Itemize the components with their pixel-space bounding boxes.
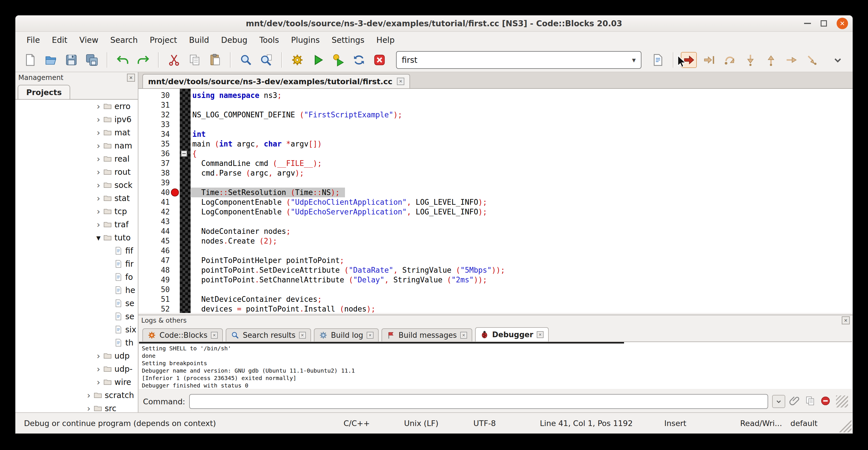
logs-tab-debugger[interactable]: Debugger✕ [475, 327, 549, 341]
expand-arrow-icon[interactable]: › [94, 377, 103, 387]
tree-item-erro[interactable]: ›erro [16, 100, 138, 113]
tree-item-wire[interactable]: ›wire [16, 376, 138, 389]
expand-arrow-icon[interactable]: › [94, 154, 103, 164]
open-file-button[interactable] [43, 52, 59, 68]
step-into-instruction-button[interactable] [804, 52, 820, 68]
tree-item-se[interactable]: se [16, 310, 138, 323]
editor-tab-close-icon[interactable]: ✕ [397, 78, 404, 85]
step-out-button[interactable] [763, 52, 779, 68]
code-line-50[interactable]: 50 [138, 285, 852, 294]
logs-tab-code-blocks[interactable]: Code::Blocks✕ [143, 328, 223, 341]
expand-arrow-icon[interactable]: › [94, 206, 103, 216]
run-button[interactable] [310, 52, 326, 68]
find-in-files-button[interactable] [258, 52, 275, 68]
tab-projects[interactable]: Projects [18, 85, 70, 99]
find-button[interactable] [238, 52, 254, 68]
command-dropdown-button[interactable] [772, 395, 785, 408]
expand-arrow-icon[interactable]: › [84, 390, 94, 400]
tab-close-icon[interactable]: ✕ [537, 331, 544, 338]
expand-arrow-icon[interactable]: › [94, 219, 103, 230]
attach-button[interactable] [789, 395, 800, 408]
undo-button[interactable] [115, 52, 131, 68]
menu-settings[interactable]: Settings [326, 34, 370, 47]
tree-item-sock[interactable]: ›sock [16, 178, 138, 191]
copy-button[interactable] [805, 395, 815, 408]
tree-item-ipv6[interactable]: ›ipv6 [16, 113, 138, 126]
copy-button[interactable] [187, 52, 203, 68]
tree-item-nam[interactable]: ›nam [16, 139, 138, 152]
next-instruction-button[interactable] [783, 52, 800, 68]
tab-close-icon[interactable]: ✕ [367, 332, 373, 339]
expand-arrow-icon[interactable]: › [94, 167, 103, 177]
code-line-41[interactable]: 41 LogComponentEnable ("UdpEchoClientApp… [138, 197, 852, 207]
menu-edit[interactable]: Edit [46, 34, 73, 47]
new-file-button[interactable] [22, 52, 38, 68]
logs-tab-build-messages[interactable]: Build messages✕ [381, 328, 472, 341]
expand-arrow-icon[interactable]: › [94, 351, 103, 361]
minimize-button[interactable] [804, 23, 811, 24]
compile-current-file-button[interactable] [650, 52, 666, 68]
logs-tab-build-log[interactable]: Build log✕ [314, 328, 379, 341]
code-line-34[interactable]: 34int [138, 129, 852, 139]
breakpoint-icon[interactable] [171, 188, 179, 197]
editor-tab-first-cc[interactable]: mnt/dev/tools/source/ns-3-dev/examples/t… [143, 74, 410, 88]
stop-button[interactable] [820, 395, 831, 408]
tree-item-tuto[interactable]: ▾tuto [16, 231, 138, 244]
menu-tools[interactable]: Tools [253, 34, 285, 47]
tree-item-traf[interactable]: ›traf [16, 218, 138, 231]
code-line-49[interactable]: 49 pointToPoint.SetChannelAttribute ("De… [138, 275, 852, 285]
code-line-52[interactable]: 52 devices = pointToPoint.Install (nodes… [138, 304, 852, 313]
tab-close-icon[interactable]: ✕ [211, 332, 218, 339]
expand-arrow-icon[interactable]: › [94, 180, 103, 190]
tree-item-scratch[interactable]: ›scratch [16, 389, 138, 402]
expand-arrow-icon[interactable]: › [94, 141, 103, 151]
logs-close-icon[interactable]: ✕ [842, 317, 850, 324]
code-line-47[interactable]: 47 PointToPointHelper pointToPoint; [138, 256, 852, 265]
code-line-33[interactable]: 33 [138, 120, 852, 129]
expand-arrow-icon[interactable]: › [94, 193, 103, 203]
menu-search[interactable]: Search [104, 34, 144, 47]
fold-marker-icon[interactable] [181, 150, 187, 157]
step-into-button[interactable] [742, 52, 758, 68]
chevron-down-icon[interactable]: ▾ [632, 56, 636, 64]
window-resize-grip[interactable] [837, 418, 851, 432]
save-file-button[interactable] [63, 52, 79, 68]
abort-build-button[interactable] [372, 52, 388, 68]
rebuild-button[interactable] [351, 52, 367, 68]
debugger-log[interactable]: Setting SHELL to '/bin/sh'doneSetting br… [139, 341, 852, 389]
code-line-42[interactable]: 42 LogComponentEnable ("UdpEchoServerApp… [138, 207, 852, 217]
tab-close-icon[interactable]: ✕ [460, 332, 467, 339]
tree-item-fo[interactable]: fo [16, 270, 138, 283]
tree-item-udp[interactable]: ›udp- [16, 362, 138, 376]
menu-build[interactable]: Build [183, 34, 215, 47]
paste-button[interactable] [207, 52, 223, 68]
tree-item-mat[interactable]: ›mat [16, 126, 138, 139]
menu-plugins[interactable]: Plugins [285, 34, 326, 47]
build-button[interactable] [289, 52, 305, 68]
close-button[interactable]: ✕ [837, 18, 848, 29]
save-all-button[interactable] [84, 52, 100, 68]
code-line-39[interactable]: 39 [138, 178, 852, 188]
search-combobox[interactable]: first▾ [396, 51, 642, 69]
expand-arrow-icon[interactable]: › [94, 101, 103, 111]
expand-arrow-icon[interactable]: › [94, 115, 103, 124]
build-and-run-button[interactable] [331, 52, 346, 68]
tree-item-fir[interactable]: fir [16, 257, 138, 270]
code-line-46[interactable]: 46 [138, 246, 852, 256]
tab-close-icon[interactable]: ✕ [299, 332, 306, 339]
tree-item-tcp[interactable]: ›tcp [16, 205, 138, 218]
tree-item-six[interactable]: six [16, 323, 138, 336]
code-line-51[interactable]: 51 NetDeviceContainer devices; [138, 294, 852, 304]
tree-item-stat[interactable]: ›stat [16, 191, 138, 205]
code-line-37[interactable]: 37 CommandLine cmd (__FILE__); [138, 158, 852, 168]
titlebar[interactable]: mnt/dev/tools/source/ns-3-dev/examples/t… [16, 16, 852, 32]
tree-item-fif[interactable]: fif [16, 244, 138, 257]
tree-item-th[interactable]: th [16, 336, 138, 349]
code-line-31[interactable]: 31 [138, 100, 852, 110]
code-line-30[interactable]: 30using namespace ns3; [138, 91, 852, 100]
tree-item-rout[interactable]: ›rout [16, 165, 138, 178]
code-line-32[interactable]: 32NS_LOG_COMPONENT_DEFINE ("FirstScriptE… [138, 110, 852, 120]
toolbar-overflow-button[interactable] [830, 52, 846, 68]
maximize-button[interactable] [820, 20, 827, 27]
tree-item-se[interactable]: se [16, 297, 138, 310]
